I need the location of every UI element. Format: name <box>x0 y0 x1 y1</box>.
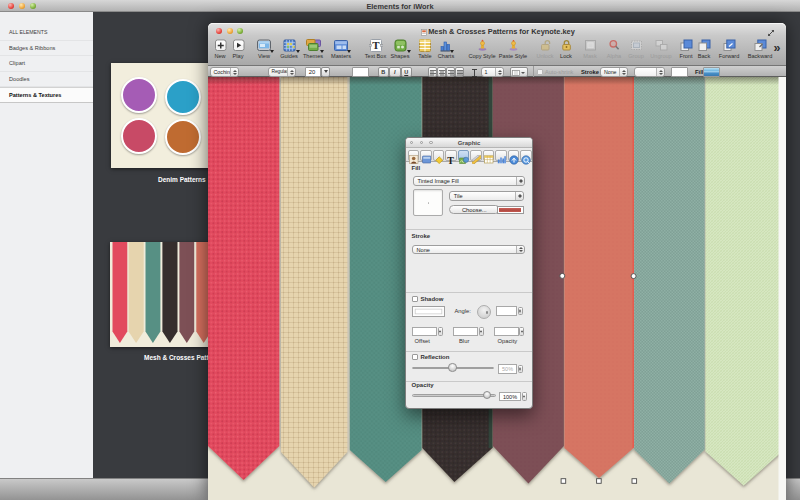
svg-text:T: T <box>447 155 454 165</box>
svg-text:T: T <box>372 39 380 51</box>
